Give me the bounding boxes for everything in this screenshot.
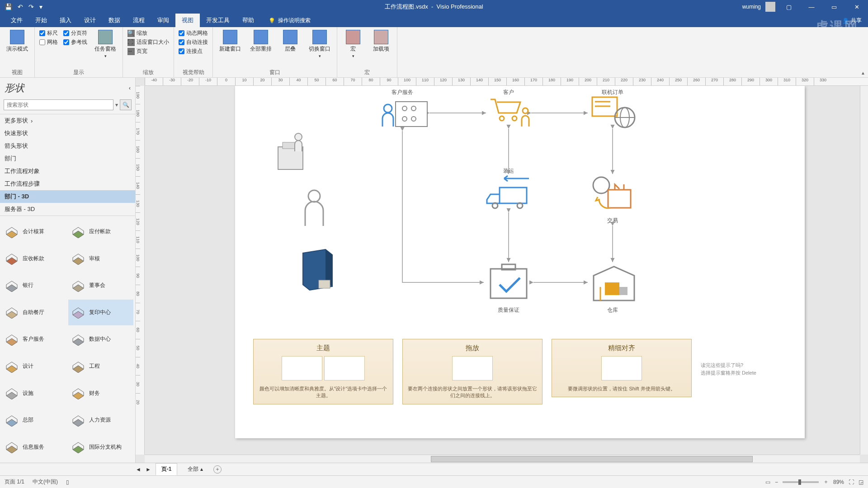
- tab-help[interactable]: 帮助: [236, 14, 260, 27]
- tab-review[interactable]: 审阅: [151, 14, 175, 27]
- search-button[interactable]: 🔍: [120, 99, 132, 110]
- tip-card-dragdrop[interactable]: 拖放 要在两个连接的形状之间放置一个形状，请将该形状拖至它们之间的连接线上。: [402, 339, 542, 404]
- stencil-item[interactable]: 服务器 - 3D: [0, 203, 135, 216]
- tab-view[interactable]: 视图: [175, 14, 200, 27]
- tip-card-theme[interactable]: 主题 颜色可以增加清晰度和典雅度。从"设计"选项卡中选择一个主题。: [253, 339, 393, 404]
- shape-item[interactable]: 董事会: [68, 272, 134, 299]
- tab-insert[interactable]: 插入: [53, 14, 78, 27]
- customer-shape[interactable]: [491, 99, 529, 127]
- grid-checkbox[interactable]: 网格: [39, 38, 58, 47]
- tip-card-align[interactable]: 精细对齐 要微调形状的位置，请按住 Shift 并使用箭头键。: [552, 339, 692, 397]
- page-indicator[interactable]: 页面 1/1: [5, 478, 24, 486]
- vertical-scrollbar[interactable]: [860, 86, 868, 455]
- stencil-item-selected[interactable]: 部门 - 3D: [0, 190, 135, 203]
- stencil-item[interactable]: 工作流程步骤: [0, 178, 135, 190]
- zoom-out-button[interactable]: −: [775, 479, 778, 485]
- stencil-item[interactable]: 工作流程对象: [0, 165, 135, 178]
- ribbon-display-options-icon[interactable]: ▢: [780, 0, 798, 14]
- shape-item[interactable]: 会计核算: [2, 219, 67, 245]
- shape-item[interactable]: 应付帐款: [68, 219, 134, 245]
- customer-service-shape[interactable]: [382, 102, 427, 127]
- shape-item[interactable]: 设施: [2, 380, 67, 406]
- tab-developer[interactable]: 开发工具: [200, 14, 236, 27]
- shape-item[interactable]: 客户服务: [2, 326, 67, 352]
- shape-item[interactable]: 审核: [68, 246, 134, 272]
- qat-dropdown-icon[interactable]: ▾: [39, 3, 42, 10]
- server-shape[interactable]: [303, 249, 332, 290]
- pan-zoom-icon[interactable]: ◲: [859, 479, 863, 485]
- shape-item[interactable]: 设计: [2, 353, 67, 380]
- shape-item[interactable]: 总部: [2, 407, 67, 433]
- horizontal-scrollbar[interactable]: [145, 455, 860, 463]
- shape-item[interactable]: 人力资源: [68, 407, 134, 433]
- cascade-button[interactable]: 层叠: [279, 29, 302, 54]
- collapse-ribbon-icon[interactable]: ▲: [861, 70, 865, 75]
- qa-shape[interactable]: [491, 264, 527, 298]
- stencil-item[interactable]: 部门: [0, 152, 135, 165]
- fit-page-icon[interactable]: ⛶: [849, 479, 854, 485]
- pagebreaks-checkbox[interactable]: 分页符: [63, 29, 87, 38]
- language-indicator[interactable]: 中文(中国): [33, 478, 58, 486]
- undo-icon[interactable]: ↶: [18, 3, 23, 10]
- close-icon[interactable]: ✕: [848, 0, 866, 14]
- sheet-tab-page1[interactable]: 页-1: [156, 463, 178, 475]
- ruler-checkbox[interactable]: 标尺: [39, 29, 58, 38]
- shapes-search-input[interactable]: [4, 99, 113, 110]
- sheet-tab-all[interactable]: 全部 ▴: [182, 463, 208, 475]
- addins-button[interactable]: 加载项: [370, 29, 392, 54]
- shapes-panel-collapse-icon[interactable]: ‹: [129, 85, 131, 91]
- shape-item[interactable]: 工程: [68, 353, 134, 380]
- connection-points-checkbox[interactable]: 连接点: [179, 47, 208, 56]
- more-shapes-row[interactable]: 更多形状›: [0, 114, 135, 127]
- presentation-mode-button[interactable]: 演示模式: [5, 29, 30, 54]
- person-shape[interactable]: [305, 190, 323, 226]
- transaction-shape[interactable]: [593, 177, 631, 208]
- zoom-level[interactable]: 89%: [833, 479, 844, 485]
- user-avatar-icon[interactable]: [765, 2, 775, 12]
- sheet-nav-next-icon[interactable]: ►: [146, 466, 151, 473]
- drawing-canvas[interactable]: 客户服务 客户 联机订单 装运 交易 质量保证 仓库: [145, 86, 860, 455]
- tab-home[interactable]: 开始: [29, 14, 53, 27]
- shape-item[interactable]: 信息服务: [2, 434, 67, 460]
- arrange-all-button[interactable]: 全部重排: [248, 29, 274, 54]
- switch-windows-button[interactable]: 切换窗口▾: [307, 29, 332, 59]
- minimize-icon[interactable]: ―: [802, 0, 821, 14]
- zoom-in-button[interactable]: ＋: [823, 478, 829, 486]
- drawing-page[interactable]: 客户服务 客户 联机订单 装运 交易 质量保证 仓库: [235, 86, 805, 438]
- copier-shape[interactable]: [278, 133, 303, 169]
- shape-item[interactable]: 应收帐款: [2, 246, 67, 272]
- task-panes-button[interactable]: 任务窗格▾: [93, 29, 118, 59]
- shape-item[interactable]: 复印中心: [68, 300, 134, 326]
- shipping-shape[interactable]: [487, 176, 529, 208]
- share-button[interactable]: 👤共享: [836, 14, 868, 27]
- page-width-button[interactable]: ↔页宽: [127, 47, 169, 56]
- user-name[interactable]: wuming: [742, 4, 761, 10]
- tab-design[interactable]: 设计: [78, 14, 102, 27]
- add-sheet-button[interactable]: ＋: [213, 465, 222, 474]
- shape-item[interactable]: 自助餐厅: [2, 300, 67, 326]
- save-icon[interactable]: 💾: [5, 3, 12, 10]
- search-dropdown-icon[interactable]: ▾: [115, 102, 118, 108]
- new-window-button[interactable]: 新建窗口: [217, 29, 243, 54]
- shape-item[interactable]: 财务: [68, 380, 134, 406]
- autoconnect-checkbox[interactable]: 自动连接: [179, 38, 208, 47]
- presentation-view-icon[interactable]: ▭: [765, 479, 770, 485]
- shape-item[interactable]: 数据中心: [68, 326, 134, 352]
- shape-item[interactable]: 银行: [2, 272, 67, 299]
- fit-window-button[interactable]: ⛶适应窗口大小: [127, 38, 169, 47]
- tab-file[interactable]: 文件: [5, 14, 29, 27]
- sheet-nav-prev-icon[interactable]: ◄: [136, 466, 141, 473]
- maximize-icon[interactable]: ▭: [825, 0, 843, 14]
- zoom-slider[interactable]: [783, 481, 819, 483]
- zoom-button[interactable]: 🔍缩放: [127, 29, 169, 38]
- tell-me[interactable]: 💡操作说明搜索: [264, 14, 315, 27]
- dynamic-grid-checkbox[interactable]: 动态网格: [179, 29, 208, 38]
- guides-checkbox[interactable]: 参考线: [63, 38, 87, 47]
- stencil-item[interactable]: 快速形状: [0, 127, 135, 140]
- macro-record-icon[interactable]: ▯: [66, 479, 69, 485]
- scrollbar-thumb[interactable]: [431, 456, 753, 462]
- stencil-item[interactable]: 箭头形状: [0, 140, 135, 152]
- tab-process[interactable]: 流程: [127, 14, 151, 27]
- macros-button[interactable]: 宏▾: [342, 29, 364, 59]
- redo-icon[interactable]: ↷: [28, 3, 34, 10]
